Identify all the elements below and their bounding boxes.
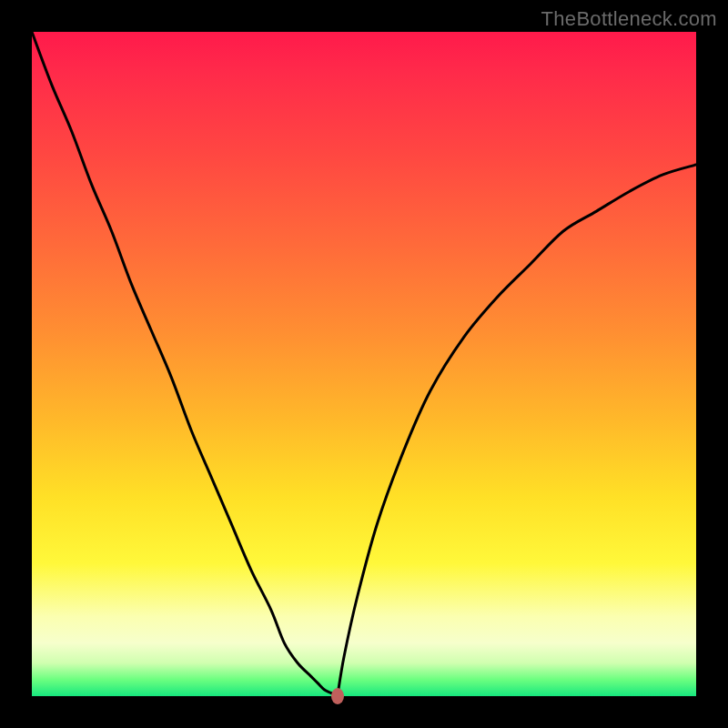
minimum-marker xyxy=(331,688,344,704)
watermark-text: TheBottleneck.com xyxy=(541,7,717,31)
chart-frame: TheBottleneck.com xyxy=(0,0,728,728)
curve-path xyxy=(32,32,696,696)
bottleneck-curve xyxy=(32,32,696,696)
plot-area xyxy=(32,32,696,696)
